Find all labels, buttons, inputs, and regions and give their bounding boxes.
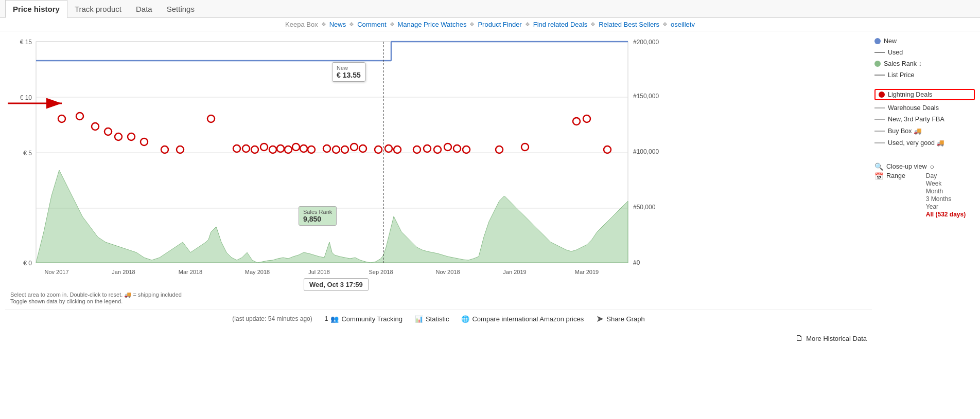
share-label: Share Graph <box>606 315 644 323</box>
legend-dot-lightning <box>879 92 885 98</box>
svg-text:#150,000: #150,000 <box>633 93 659 100</box>
sep-4: ❖ <box>469 21 475 28</box>
legend-item-used-very-good[interactable]: Used, very good 🚚 <box>874 138 975 148</box>
sep-3: ❖ <box>390 21 395 28</box>
legend-label-used-very-good: Used, very good 🚚 <box>888 139 945 147</box>
svg-text:Nov 2017: Nov 2017 <box>44 269 68 275</box>
nav-manage-price-watches[interactable]: Manage Price Watches <box>398 21 467 28</box>
more-historical-data[interactable]: 🗋 More Historical Data <box>795 334 867 343</box>
chart-instructions: Select area to zoom in. Double-click to … <box>5 290 872 305</box>
community-icon: 👥 <box>330 315 339 323</box>
legend-line-buybox <box>874 131 885 132</box>
nav-product-finder[interactable]: Product Finder <box>478 21 521 28</box>
legend-item-lightning-deals[interactable]: Lightning Deals <box>874 89 975 100</box>
chart-area[interactable]: € 15 € 10 € 5 € 0 #200,000 #150,000 #100… <box>0 31 872 346</box>
legend-panel: New Used Sales Rank ↕ List Price Lightni… <box>872 31 980 346</box>
share-icon: ➤ <box>596 313 604 324</box>
legend-item-3p-fba[interactable]: New, 3rd Party FBA <box>874 115 975 124</box>
range-year[interactable]: Year <box>926 203 966 210</box>
legend-line-warehouse <box>874 107 885 108</box>
legend-label-3p-fba: New, 3rd Party FBA <box>888 116 944 123</box>
tab-price-history[interactable]: Price history <box>5 0 67 18</box>
sep-1: ❖ <box>321 21 326 28</box>
header-tabs: Price history Track product Data Setting… <box>0 0 980 18</box>
community-count: 1 <box>325 315 328 322</box>
svg-text:#200,000: #200,000 <box>633 39 659 46</box>
svg-text:Mar 2018: Mar 2018 <box>179 269 202 275</box>
sep-2: ❖ <box>349 21 354 28</box>
range-week[interactable]: Week <box>926 180 966 187</box>
statistic-label: Statistic <box>426 315 449 323</box>
legend-label-salesrank: Sales Rank ↕ <box>884 60 922 67</box>
svg-text:#100,000: #100,000 <box>633 148 659 155</box>
svg-text:Jan 2018: Jan 2018 <box>112 269 135 275</box>
closeup-toggle[interactable]: ○ <box>930 162 934 171</box>
nav-oseilletv[interactable]: oseilletv <box>671 21 695 28</box>
legend-line-listprice <box>874 75 885 76</box>
legend-label-buybox: Buy Box 🚚 <box>888 127 922 135</box>
nav-bar: Keepa Box ❖ News ❖ Comment ❖ Manage Pric… <box>0 18 980 31</box>
share-graph-action[interactable]: ➤ Share Graph <box>596 313 644 324</box>
legend-dot-new <box>874 38 881 44</box>
legend-item-warehouse[interactable]: Warehouse Deals <box>874 103 975 113</box>
nav-related-best-sellers[interactable]: Related Best Sellers <box>599 21 659 28</box>
calendar-icon: 📅 <box>874 172 883 180</box>
svg-rect-0 <box>36 42 628 263</box>
price-chart[interactable]: € 15 € 10 € 5 € 0 #200,000 #150,000 #100… <box>5 37 664 288</box>
nav-find-related-deals[interactable]: Find related Deals <box>533 21 588 28</box>
main-container: € 15 € 10 € 5 € 0 #200,000 #150,000 #100… <box>0 31 980 346</box>
legend-line-used-very-good <box>874 142 885 143</box>
closeup-label: Close-up view <box>886 163 927 170</box>
tab-settings[interactable]: Settings <box>160 1 202 17</box>
range-label: Range <box>886 172 905 179</box>
compare-action[interactable]: 🌐 Compare international Amazon prices <box>461 315 584 323</box>
legend-item-listprice[interactable]: List Price <box>874 70 975 80</box>
community-tracking-action[interactable]: 1 👥 Community Tracking <box>325 315 402 323</box>
community-label: Community Tracking <box>341 315 402 323</box>
nav-news[interactable]: News <box>329 21 346 28</box>
legend-line-3p-fba <box>874 119 885 120</box>
legend-item-new[interactable]: New <box>874 37 975 46</box>
legend-item-buybox[interactable]: Buy Box 🚚 <box>874 126 975 136</box>
range-3months[interactable]: 3 Months <box>926 195 966 203</box>
range-row: 📅 Range Day Week Month 3 Months Year All… <box>874 172 975 218</box>
svg-text:€ 10: € 10 <box>20 94 32 101</box>
compare-label: Compare international Amazon prices <box>472 315 584 323</box>
bottom-actions-bar: (last update: 54 minutes ago) 1 👥 Commun… <box>5 309 872 346</box>
range-month[interactable]: Month <box>926 188 966 195</box>
svg-text:€ 0: € 0 <box>23 260 32 267</box>
search-icon: 🔍 <box>874 162 883 171</box>
legend-gap-1 <box>874 82 975 86</box>
sep-5: ❖ <box>525 21 530 28</box>
statistic-action[interactable]: 📊 Statistic <box>415 315 449 323</box>
legend-item-used[interactable]: Used <box>874 48 975 57</box>
nav-brand: Keepa Box <box>285 21 318 28</box>
legend-item-salesrank[interactable]: Sales Rank ↕ <box>874 59 975 68</box>
legend-label-listprice: List Price <box>888 71 914 79</box>
tab-track-product[interactable]: Track product <box>67 1 129 17</box>
svg-text:Nov 2018: Nov 2018 <box>435 269 460 275</box>
svg-text:#0: #0 <box>633 259 640 266</box>
svg-text:Sep 2018: Sep 2018 <box>369 269 393 275</box>
svg-text:#50,000: #50,000 <box>633 204 656 211</box>
svg-text:Jan 2019: Jan 2019 <box>503 269 526 275</box>
last-update: (last update: 54 minutes ago) <box>232 315 312 322</box>
range-options: Day Week Month 3 Months Year All (532 da… <box>926 172 966 218</box>
tab-data[interactable]: Data <box>129 1 160 17</box>
legend-label-warehouse: Warehouse Deals <box>888 104 939 112</box>
range-all[interactable]: All (532 days) <box>926 211 966 218</box>
view-controls: 🔍 Close-up view ○ 📅 Range Day Week Month… <box>874 161 975 220</box>
statistic-icon: 📊 <box>415 315 423 323</box>
sep-7: ❖ <box>662 21 668 28</box>
nav-comment[interactable]: Comment <box>357 21 386 28</box>
more-historical-label: More Historical Data <box>806 335 867 342</box>
svg-text:€ 15: € 15 <box>20 39 32 46</box>
instruction-text2: Toggle shown data by clicking on the leg… <box>10 298 122 304</box>
svg-text:May 2018: May 2018 <box>245 269 270 275</box>
legend-label-lightning: Lightning Deals <box>888 91 932 98</box>
closeup-row: 🔍 Close-up view ○ <box>874 162 975 171</box>
range-day[interactable]: Day <box>926 172 966 179</box>
sep-6: ❖ <box>590 21 596 28</box>
svg-text:€ 5: € 5 <box>23 150 32 157</box>
svg-text:Mar 2019: Mar 2019 <box>575 269 599 275</box>
